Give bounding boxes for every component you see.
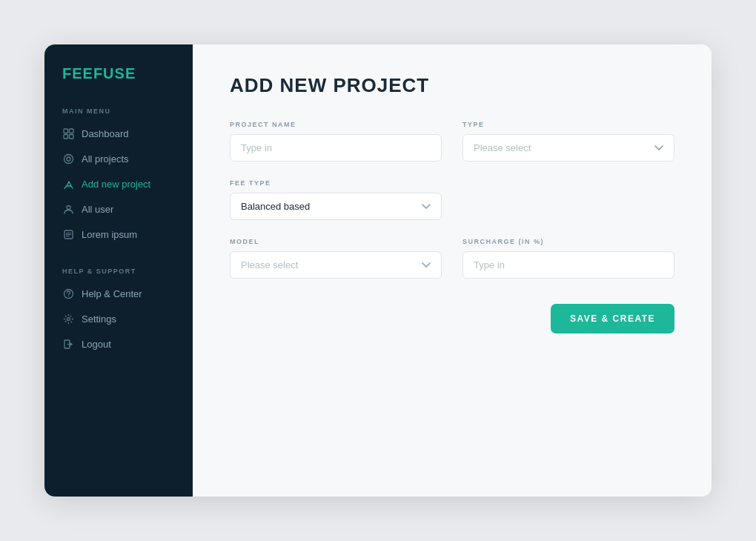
app-window: FEEFUSE MAIN MENU Dashboard	[44, 44, 712, 497]
sidebar-item-label: Settings	[82, 313, 116, 325]
sidebar: FEEFUSE MAIN MENU Dashboard	[44, 44, 193, 497]
type-select[interactable]: Please select Type A Type B Type C	[462, 134, 674, 162]
project-name-input[interactable]	[230, 134, 442, 162]
brand-name-part2: FUSE	[93, 65, 136, 82]
settings-icon	[62, 313, 74, 325]
svg-point-6	[67, 205, 70, 209]
sidebar-item-settings[interactable]: Settings	[44, 306, 193, 331]
sidebar-item-label: Add new project	[82, 179, 150, 190]
main-menu-label: MAIN MENU	[44, 100, 193, 121]
form-row-2: FEE TYPE Balanced based Fixed Variable	[230, 179, 674, 220]
logout-icon	[62, 338, 74, 350]
sidebar-item-label: All projects	[82, 153, 129, 165]
model-select[interactable]: Please select Model A Model B	[230, 251, 442, 279]
surcharge-input[interactable]	[462, 251, 674, 279]
type-label: TYPE	[462, 121, 674, 128]
sidebar-item-label: All user	[82, 204, 113, 215]
sidebar-item-help-center[interactable]: Help & Center	[44, 281, 193, 306]
model-label: MODEL	[230, 238, 442, 245]
svg-rect-0	[64, 129, 68, 133]
sidebar-item-label: Dashboard	[82, 128, 129, 139]
button-row: SAVE & CREATE	[230, 296, 674, 333]
brand-logo: FEEFUSE	[44, 44, 193, 100]
sidebar-item-add-new-project[interactable]: Add new project	[44, 171, 193, 196]
sidebar-item-logout[interactable]: Logout	[44, 331, 193, 356]
svg-rect-2	[64, 134, 68, 139]
projects-icon	[62, 153, 74, 165]
users-icon	[62, 203, 74, 215]
svg-point-12	[68, 296, 69, 296]
sidebar-item-label: Logout	[82, 339, 111, 350]
main-content: ADD NEW PROJECT PROJECT NAME TYPE Please…	[193, 44, 712, 497]
svg-point-5	[67, 157, 70, 161]
fee-type-label: FEE TYPE	[230, 179, 442, 187]
form-row-3: MODEL Please select Model A Model B SURC…	[230, 238, 674, 279]
page-title: ADD NEW PROJECT	[230, 74, 674, 97]
sidebar-item-label: Help & Center	[82, 288, 142, 299]
model-group: MODEL Please select Model A Model B	[230, 238, 442, 279]
surcharge-label: SURCHARGE (IN %)	[462, 238, 674, 245]
sidebar-item-lorem-ipsum[interactable]: Lorem ipsum	[44, 222, 193, 247]
brand-name-part1: FEE	[62, 65, 93, 82]
sidebar-item-label: Lorem ipsum	[82, 229, 137, 240]
fee-type-group: FEE TYPE Balanced based Fixed Variable	[230, 179, 442, 220]
svg-rect-1	[69, 129, 73, 133]
form-row-1: PROJECT NAME TYPE Please select Type A T…	[230, 121, 674, 162]
save-create-button[interactable]: SAVE & CREATE	[551, 304, 674, 333]
lorem-icon	[62, 228, 74, 240]
project-name-group: PROJECT NAME	[230, 121, 442, 162]
type-group: TYPE Please select Type A Type B Type C	[462, 121, 674, 162]
svg-rect-3	[69, 134, 73, 139]
sidebar-item-all-user[interactable]: All user	[44, 196, 193, 222]
add-project-icon	[62, 178, 74, 190]
fee-type-select[interactable]: Balanced based Fixed Variable	[230, 193, 442, 220]
help-icon	[62, 288, 74, 299]
dashboard-icon	[62, 127, 74, 139]
surcharge-group: SURCHARGE (IN %)	[462, 238, 674, 279]
sidebar-item-all-projects[interactable]: All projects	[44, 146, 193, 171]
svg-point-4	[64, 154, 73, 163]
sidebar-item-dashboard[interactable]: Dashboard	[44, 121, 193, 146]
project-name-label: PROJECT NAME	[230, 121, 442, 128]
svg-point-13	[67, 317, 70, 320]
help-support-label: HELP & SUPPORT	[44, 260, 193, 281]
